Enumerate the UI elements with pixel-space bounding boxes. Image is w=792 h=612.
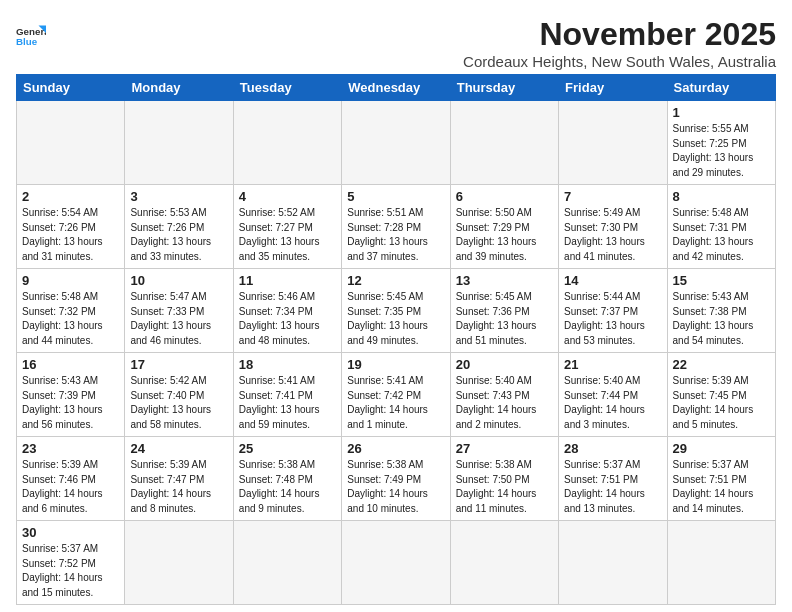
calendar-cell: 28Sunrise: 5:37 AM Sunset: 7:51 PM Dayli… — [559, 437, 667, 521]
calendar-cell — [559, 101, 667, 185]
calendar-cell: 10Sunrise: 5:47 AM Sunset: 7:33 PM Dayli… — [125, 269, 233, 353]
day-info: Sunrise: 5:43 AM Sunset: 7:39 PM Dayligh… — [22, 374, 119, 432]
calendar-cell: 3Sunrise: 5:53 AM Sunset: 7:26 PM Daylig… — [125, 185, 233, 269]
day-info: Sunrise: 5:39 AM Sunset: 7:45 PM Dayligh… — [673, 374, 770, 432]
day-info: Sunrise: 5:48 AM Sunset: 7:32 PM Dayligh… — [22, 290, 119, 348]
logo-icon: General Blue — [16, 24, 46, 48]
day-number: 19 — [347, 357, 444, 372]
calendar-cell: 1Sunrise: 5:55 AM Sunset: 7:25 PM Daylig… — [667, 101, 775, 185]
location-title: Cordeaux Heights, New South Wales, Austr… — [463, 53, 776, 70]
day-number: 4 — [239, 189, 336, 204]
day-number: 20 — [456, 357, 553, 372]
calendar-cell: 24Sunrise: 5:39 AM Sunset: 7:47 PM Dayli… — [125, 437, 233, 521]
weekday-header-sunday: Sunday — [17, 75, 125, 101]
calendar-cell: 27Sunrise: 5:38 AM Sunset: 7:50 PM Dayli… — [450, 437, 558, 521]
calendar-cell: 9Sunrise: 5:48 AM Sunset: 7:32 PM Daylig… — [17, 269, 125, 353]
day-info: Sunrise: 5:54 AM Sunset: 7:26 PM Dayligh… — [22, 206, 119, 264]
calendar-cell: 2Sunrise: 5:54 AM Sunset: 7:26 PM Daylig… — [17, 185, 125, 269]
day-number: 29 — [673, 441, 770, 456]
day-number: 11 — [239, 273, 336, 288]
calendar-cell: 25Sunrise: 5:38 AM Sunset: 7:48 PM Dayli… — [233, 437, 341, 521]
calendar-cell: 17Sunrise: 5:42 AM Sunset: 7:40 PM Dayli… — [125, 353, 233, 437]
day-number: 8 — [673, 189, 770, 204]
day-info: Sunrise: 5:43 AM Sunset: 7:38 PM Dayligh… — [673, 290, 770, 348]
logo: General Blue — [16, 24, 46, 48]
calendar-cell — [559, 521, 667, 605]
calendar-cell: 14Sunrise: 5:44 AM Sunset: 7:37 PM Dayli… — [559, 269, 667, 353]
calendar-cell: 22Sunrise: 5:39 AM Sunset: 7:45 PM Dayli… — [667, 353, 775, 437]
day-number: 16 — [22, 357, 119, 372]
weekday-header-friday: Friday — [559, 75, 667, 101]
calendar-cell: 13Sunrise: 5:45 AM Sunset: 7:36 PM Dayli… — [450, 269, 558, 353]
calendar-cell — [233, 521, 341, 605]
day-number: 26 — [347, 441, 444, 456]
calendar-cell: 6Sunrise: 5:50 AM Sunset: 7:29 PM Daylig… — [450, 185, 558, 269]
day-number: 15 — [673, 273, 770, 288]
day-info: Sunrise: 5:40 AM Sunset: 7:44 PM Dayligh… — [564, 374, 661, 432]
calendar-cell: 16Sunrise: 5:43 AM Sunset: 7:39 PM Dayli… — [17, 353, 125, 437]
calendar-cell: 11Sunrise: 5:46 AM Sunset: 7:34 PM Dayli… — [233, 269, 341, 353]
day-info: Sunrise: 5:53 AM Sunset: 7:26 PM Dayligh… — [130, 206, 227, 264]
day-number: 5 — [347, 189, 444, 204]
day-number: 10 — [130, 273, 227, 288]
day-number: 2 — [22, 189, 119, 204]
calendar-cell: 5Sunrise: 5:51 AM Sunset: 7:28 PM Daylig… — [342, 185, 450, 269]
calendar-cell — [342, 521, 450, 605]
calendar-cell: 21Sunrise: 5:40 AM Sunset: 7:44 PM Dayli… — [559, 353, 667, 437]
day-number: 18 — [239, 357, 336, 372]
day-number: 27 — [456, 441, 553, 456]
calendar-cell — [233, 101, 341, 185]
calendar-cell: 7Sunrise: 5:49 AM Sunset: 7:30 PM Daylig… — [559, 185, 667, 269]
day-info: Sunrise: 5:41 AM Sunset: 7:41 PM Dayligh… — [239, 374, 336, 432]
calendar-cell: 26Sunrise: 5:38 AM Sunset: 7:49 PM Dayli… — [342, 437, 450, 521]
day-info: Sunrise: 5:44 AM Sunset: 7:37 PM Dayligh… — [564, 290, 661, 348]
day-info: Sunrise: 5:55 AM Sunset: 7:25 PM Dayligh… — [673, 122, 770, 180]
day-number: 9 — [22, 273, 119, 288]
day-info: Sunrise: 5:39 AM Sunset: 7:46 PM Dayligh… — [22, 458, 119, 516]
header: General Blue November 2025 Cordeaux Heig… — [16, 16, 776, 70]
weekday-header-monday: Monday — [125, 75, 233, 101]
calendar-cell: 23Sunrise: 5:39 AM Sunset: 7:46 PM Dayli… — [17, 437, 125, 521]
calendar-cell: 30Sunrise: 5:37 AM Sunset: 7:52 PM Dayli… — [17, 521, 125, 605]
calendar-cell: 8Sunrise: 5:48 AM Sunset: 7:31 PM Daylig… — [667, 185, 775, 269]
day-info: Sunrise: 5:49 AM Sunset: 7:30 PM Dayligh… — [564, 206, 661, 264]
calendar-cell: 12Sunrise: 5:45 AM Sunset: 7:35 PM Dayli… — [342, 269, 450, 353]
calendar-cell — [450, 521, 558, 605]
day-info: Sunrise: 5:45 AM Sunset: 7:35 PM Dayligh… — [347, 290, 444, 348]
week-row-6: 30Sunrise: 5:37 AM Sunset: 7:52 PM Dayli… — [17, 521, 776, 605]
day-info: Sunrise: 5:51 AM Sunset: 7:28 PM Dayligh… — [347, 206, 444, 264]
calendar-cell — [125, 521, 233, 605]
day-info: Sunrise: 5:37 AM Sunset: 7:51 PM Dayligh… — [564, 458, 661, 516]
week-row-5: 23Sunrise: 5:39 AM Sunset: 7:46 PM Dayli… — [17, 437, 776, 521]
calendar: SundayMondayTuesdayWednesdayThursdayFrid… — [16, 74, 776, 605]
calendar-cell: 20Sunrise: 5:40 AM Sunset: 7:43 PM Dayli… — [450, 353, 558, 437]
day-number: 1 — [673, 105, 770, 120]
day-number: 3 — [130, 189, 227, 204]
day-number: 24 — [130, 441, 227, 456]
day-number: 22 — [673, 357, 770, 372]
calendar-cell — [667, 521, 775, 605]
week-row-3: 9Sunrise: 5:48 AM Sunset: 7:32 PM Daylig… — [17, 269, 776, 353]
calendar-cell — [17, 101, 125, 185]
calendar-cell: 29Sunrise: 5:37 AM Sunset: 7:51 PM Dayli… — [667, 437, 775, 521]
day-info: Sunrise: 5:37 AM Sunset: 7:52 PM Dayligh… — [22, 542, 119, 600]
calendar-cell: 19Sunrise: 5:41 AM Sunset: 7:42 PM Dayli… — [342, 353, 450, 437]
day-number: 14 — [564, 273, 661, 288]
day-number: 30 — [22, 525, 119, 540]
day-number: 6 — [456, 189, 553, 204]
day-info: Sunrise: 5:50 AM Sunset: 7:29 PM Dayligh… — [456, 206, 553, 264]
week-row-2: 2Sunrise: 5:54 AM Sunset: 7:26 PM Daylig… — [17, 185, 776, 269]
day-number: 12 — [347, 273, 444, 288]
day-info: Sunrise: 5:38 AM Sunset: 7:50 PM Dayligh… — [456, 458, 553, 516]
weekday-header-tuesday: Tuesday — [233, 75, 341, 101]
weekday-header-wednesday: Wednesday — [342, 75, 450, 101]
weekday-header-saturday: Saturday — [667, 75, 775, 101]
day-info: Sunrise: 5:46 AM Sunset: 7:34 PM Dayligh… — [239, 290, 336, 348]
calendar-cell: 15Sunrise: 5:43 AM Sunset: 7:38 PM Dayli… — [667, 269, 775, 353]
day-info: Sunrise: 5:45 AM Sunset: 7:36 PM Dayligh… — [456, 290, 553, 348]
calendar-cell — [125, 101, 233, 185]
day-info: Sunrise: 5:38 AM Sunset: 7:48 PM Dayligh… — [239, 458, 336, 516]
day-info: Sunrise: 5:38 AM Sunset: 7:49 PM Dayligh… — [347, 458, 444, 516]
title-area: November 2025 Cordeaux Heights, New Sout… — [463, 16, 776, 70]
weekday-header-row: SundayMondayTuesdayWednesdayThursdayFrid… — [17, 75, 776, 101]
